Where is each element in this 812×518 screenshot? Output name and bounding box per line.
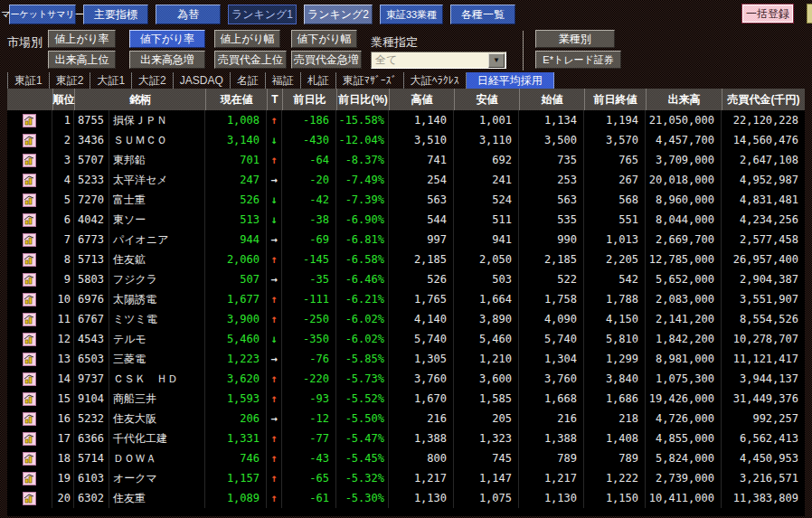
mini-chart-icon[interactable] [23, 273, 36, 287]
table-row[interactable]: 18 5714 ＤＯＷＡ 746 ↑ -43 -5.45% 800 745 78… [7, 448, 805, 468]
tab-日経平均採用[interactable]: 日経平均採用 [467, 72, 554, 89]
mini-chart-icon[interactable] [23, 432, 36, 446]
fx-button[interactable]: 為替 [156, 5, 221, 24]
chart-icon-cell[interactable] [7, 369, 52, 389]
chart-icon-cell[interactable] [7, 150, 52, 170]
chart-icon-cell[interactable] [7, 289, 52, 309]
chart-icon-cell[interactable] [7, 448, 52, 468]
mini-chart-icon[interactable] [23, 213, 36, 227]
table-row[interactable]: 3 5707 東邦鉛 701 ↑ -64 -8.37% 741 692 735 … [7, 150, 805, 170]
chart-icon-cell[interactable] [7, 429, 52, 448]
chart-icon-cell[interactable] [7, 488, 52, 508]
code-cell: 5713 [74, 250, 109, 269]
chart-icon-cell[interactable] [7, 349, 52, 369]
table-row[interactable]: 13 6503 三菱電 1,223 → -76 -5.85% 1,305 1,2… [7, 349, 805, 369]
mini-chart-icon[interactable] [23, 353, 36, 366]
mini-chart-icon[interactable] [23, 154, 36, 167]
change-pct-cell: -5.73% [336, 369, 389, 389]
chart-icon-cell[interactable] [7, 329, 52, 349]
table-row[interactable]: 4 5233 太平洋セメ 247 → -20 -7.49% 254 241 25… [7, 170, 805, 190]
mini-chart-icon[interactable] [23, 333, 36, 346]
chart-icon-cell[interactable] [7, 389, 52, 409]
table-row[interactable]: 9 5803 フジクラ 507 → -35 -6.46% 526 503 522… [7, 269, 805, 289]
table-row[interactable]: 19 6103 オークマ 1,157 ↑ -65 -5.32% 1,217 1,… [7, 468, 805, 488]
price-cell: 247 [205, 170, 267, 190]
table-row[interactable]: 20 6302 住友重 1,089 ↑ -61 -5.30% 1,130 1,0… [7, 488, 805, 508]
down-rate-button-selected[interactable]: 値下がり率 [129, 30, 205, 48]
table-row[interactable]: 6 4042 東ソー 513 ↓ -38 -6.90% 544 511 535 … [7, 210, 805, 230]
chart-icon-cell[interactable] [7, 409, 52, 429]
mini-chart-icon[interactable] [23, 372, 36, 386]
tab-名証[interactable]: 名証 [231, 72, 266, 89]
table-row[interactable]: 15 9104 商船三井 1,593 ↑ -93 -5.52% 1,670 1,… [7, 389, 805, 409]
tse33-button[interactable]: 東証33業種 [380, 5, 443, 24]
tab-東証ﾏｻﾞｰｽﾞ[interactable]: 東証ﾏｻﾞｰｽﾞ [336, 72, 404, 89]
table-row[interactable]: 16 5232 住友大阪 206 → -12 -5.50% 216 205 21… [7, 409, 805, 429]
chart-icon-cell[interactable] [7, 130, 52, 150]
value-top-button[interactable]: 売買代金上位 [214, 51, 287, 69]
mini-chart-icon[interactable] [23, 253, 36, 267]
various-list-button[interactable]: 各種一覧 [450, 5, 515, 24]
ranking1-button[interactable]: ランキング1 [228, 5, 297, 24]
major-index-button[interactable]: 主要指標 [83, 5, 148, 24]
chart-icon-cell[interactable] [7, 230, 52, 250]
industry-button[interactable]: 業種別 [535, 30, 615, 48]
volume-top-button[interactable]: 出来高上位 [48, 51, 116, 69]
chart-icon-cell[interactable] [7, 170, 52, 190]
ranking2-button[interactable]: ランキング2 [304, 5, 373, 24]
up-rate-button[interactable]: 値上がり率 [48, 30, 116, 48]
mini-chart-icon[interactable] [23, 392, 36, 406]
table-row[interactable]: 14 9737 ＣＳＫ ＨＤ 3,620 ↑ -220 -5.73% 3,760… [7, 369, 805, 389]
mini-chart-icon[interactable] [23, 412, 36, 426]
table-row[interactable]: 8 5713 住友鉱 2,060 ↑ -145 -6.58% 2,185 2,0… [7, 250, 805, 269]
chart-icon-cell[interactable] [7, 309, 52, 329]
up-width-button[interactable]: 値上がり幅 [214, 30, 280, 48]
etrade-button[interactable]: E*トレード証券 [535, 51, 621, 69]
volume-surge-button[interactable]: 出来高急増 [129, 51, 205, 69]
mini-chart-icon[interactable] [23, 492, 36, 505]
mini-chart-icon[interactable] [23, 233, 36, 247]
tab-大証2[interactable]: 大証2 [132, 72, 174, 89]
market-summary-button[interactable]: マーケットサマリー [9, 5, 76, 24]
tab-福証[interactable]: 福証 [266, 72, 301, 89]
clipped-button[interactable] [807, 4, 812, 24]
price-cell: 507 [205, 269, 267, 289]
chart-icon-cell[interactable] [7, 110, 52, 130]
table-row[interactable]: 12 4543 テルモ 5,460 ↓ -350 -6.02% 5,740 5,… [7, 329, 805, 349]
high-cell: 741 [389, 150, 454, 170]
down-width-button[interactable]: 値下がり幅 [291, 30, 357, 48]
chart-icon-cell[interactable] [7, 269, 52, 289]
tab-東証1[interactable]: 東証1 [7, 72, 50, 89]
tab-大証1[interactable]: 大証1 [90, 72, 132, 89]
value-surge-button[interactable]: 売買代金急増 [291, 51, 362, 69]
value-cell: 14,560,476 [722, 130, 805, 150]
table-row[interactable]: 10 6976 太陽誘電 1,677 ↑ -111 -6.21% 1,765 1… [7, 289, 805, 309]
table-row[interactable]: 11 6767 ミツミ電 3,900 ↑ -250 -6.02% 4,140 3… [7, 309, 805, 329]
chart-icon-cell[interactable] [7, 250, 52, 269]
mini-chart-icon[interactable] [23, 293, 36, 306]
mini-chart-icon[interactable] [23, 134, 36, 147]
tab-東証2[interactable]: 東証2 [50, 72, 91, 89]
tab-札証[interactable]: 札証 [301, 72, 336, 89]
open-cell: 1,668 [519, 389, 584, 409]
mini-chart-icon[interactable] [23, 313, 36, 326]
batch-register-button[interactable]: 一括登録 [741, 4, 794, 24]
table-row[interactable]: 1 8755 損保ＪＰＮ 1,008 ↑ -186 -15.58% 1,140 … [7, 110, 805, 130]
mini-chart-icon[interactable] [23, 114, 36, 127]
mini-chart-icon[interactable] [23, 174, 36, 187]
industry-select[interactable]: 全て ▼ [371, 52, 506, 69]
dropdown-arrow-icon[interactable]: ▼ [488, 53, 505, 68]
chart-icon-cell[interactable] [7, 210, 52, 230]
tab-大証ﾍﾗｸﾚｽ[interactable]: 大証ﾍﾗｸﾚｽ [404, 72, 467, 89]
chart-icon-cell[interactable] [7, 468, 52, 488]
table-row[interactable]: 5 7270 富士重 526 ↓ -42 -7.39% 563 524 563 … [7, 190, 805, 210]
table-row[interactable]: 7 6773 パイオニア 944 → -69 -6.81% 997 941 99… [7, 230, 805, 250]
table-row[interactable]: 2 3436 ＳＵＭＣＯ 3,140 ↓ -430 -12.04% 3,510 … [7, 130, 805, 150]
table-row[interactable]: 17 6366 千代化工建 1,331 ↑ -77 -5.47% 1,388 1… [7, 429, 805, 448]
tab-JASDAQ[interactable]: JASDAQ [174, 72, 231, 89]
volume-cell: 4,855,000 [646, 429, 722, 448]
chart-icon-cell[interactable] [7, 190, 52, 210]
mini-chart-icon[interactable] [23, 193, 36, 207]
mini-chart-icon[interactable] [23, 452, 36, 466]
mini-chart-icon[interactable] [23, 472, 36, 485]
